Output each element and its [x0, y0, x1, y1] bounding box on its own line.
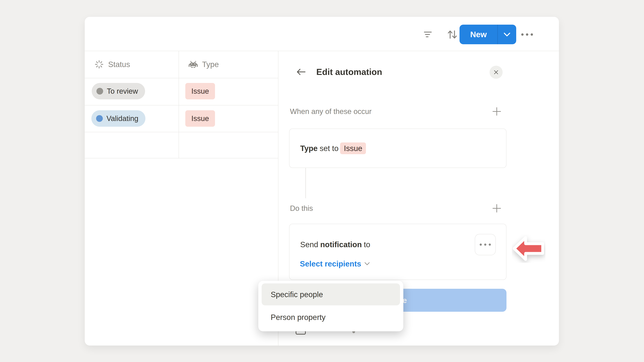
more-dot — [484, 244, 486, 246]
action-more-button[interactable] — [475, 234, 496, 255]
panel-title: Edit automation — [316, 67, 382, 77]
column-header-type[interactable]: Type — [189, 51, 219, 78]
type-cell[interactable]: Issue — [185, 83, 215, 99]
back-arrow-icon — [296, 68, 306, 76]
trigger-card[interactable]: Type set to Issue — [289, 129, 506, 168]
annotation-arrow — [512, 234, 546, 263]
database-card: New — [85, 17, 559, 346]
trigger-property: Type — [300, 144, 318, 153]
action-section-label: Do this — [290, 204, 313, 213]
chevron-down-icon — [364, 262, 370, 266]
trigger-section-label: When any of these occur — [290, 107, 372, 116]
column-header-label: Type — [202, 60, 219, 69]
type-tag-label: Issue — [191, 114, 209, 123]
status-pill-label: Validating — [106, 114, 138, 123]
sort-button[interactable] — [446, 29, 459, 40]
more-dot — [480, 244, 482, 246]
column-header-status[interactable]: Status — [94, 51, 130, 78]
type-tag-label: Issue — [191, 87, 209, 95]
more-dot — [489, 244, 491, 246]
column-divider — [178, 51, 179, 158]
new-button-label: New — [470, 30, 487, 39]
chevron-down-icon — [503, 32, 511, 37]
recipients-menu: Specific people Person property — [258, 281, 403, 331]
more-button[interactable] — [519, 31, 535, 38]
status-dot — [96, 88, 103, 94]
menu-item-label: Specific people — [271, 290, 323, 299]
back-button[interactable] — [296, 67, 306, 77]
action-prefix: Send — [300, 240, 318, 249]
status-dot — [96, 115, 103, 122]
bug-icon — [189, 61, 198, 68]
filter-button[interactable] — [422, 30, 434, 39]
filter-icon — [424, 31, 432, 38]
new-split-button: New — [460, 25, 516, 44]
menu-item-label: Person property — [271, 313, 326, 322]
new-dropdown-button[interactable] — [498, 25, 516, 44]
row-divider — [85, 105, 278, 105]
new-button[interactable]: New — [460, 25, 498, 44]
action-bold: notification — [320, 240, 362, 249]
trigger-description: Type set to Issue — [300, 142, 366, 154]
add-action-button[interactable] — [492, 204, 501, 213]
toolbar-divider — [85, 51, 559, 51]
status-cell[interactable]: Validating — [92, 110, 146, 127]
status-pill-label: To review — [107, 87, 138, 95]
row-divider — [85, 78, 278, 78]
select-recipients-dropdown[interactable]: Select recipients — [300, 259, 370, 268]
flow-connector-line — [306, 168, 306, 198]
action-description: Send notification to — [300, 240, 370, 249]
column-header-label: Status — [108, 60, 130, 69]
trigger-value-tag: Issue — [340, 142, 366, 154]
more-icon — [520, 33, 534, 36]
sort-icon — [447, 29, 458, 39]
action-card[interactable]: Send notification to — [289, 224, 506, 280]
add-trigger-button[interactable] — [492, 107, 501, 116]
notion-app: New — [0, 0, 644, 362]
row-divider — [85, 158, 278, 158]
type-cell[interactable]: Issue — [185, 110, 215, 127]
close-icon — [493, 69, 499, 75]
action-suffix: to — [364, 240, 370, 249]
left-arrow-icon — [512, 234, 546, 263]
menu-item-person-property[interactable]: Person property — [262, 306, 400, 328]
row-divider — [85, 132, 278, 132]
select-recipients-label: Select recipients — [300, 259, 361, 268]
trigger-verb: set to — [320, 144, 338, 153]
status-spinner-icon — [94, 60, 104, 69]
close-button[interactable] — [490, 66, 502, 79]
menu-item-specific-people[interactable]: Specific people — [262, 283, 400, 305]
status-cell[interactable]: To review — [92, 83, 145, 99]
